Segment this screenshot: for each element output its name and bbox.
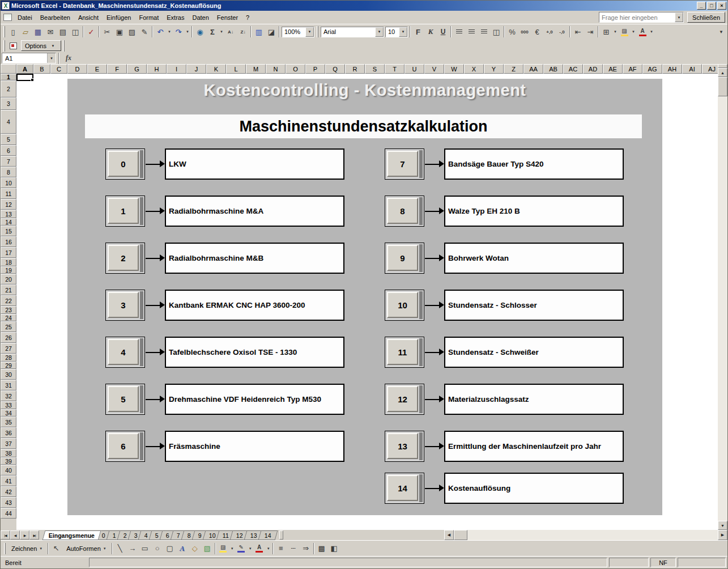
row-header-30[interactable]: 30 <box>1 369 16 380</box>
panel-button-10[interactable]: 10 <box>385 290 424 321</box>
row-header-31[interactable]: 31 <box>1 380 16 390</box>
panel-button-0[interactable]: 0 <box>105 148 145 180</box>
increase-indent-icon[interactable]: ⇥ <box>584 26 597 38</box>
mail-icon[interactable]: ✉ <box>44 26 57 38</box>
paste-icon[interactable]: ▨ <box>126 26 138 38</box>
toolbar-handle[interactable] <box>63 40 65 52</box>
toolbar-handle[interactable] <box>317 26 318 37</box>
scroll-right-icon[interactable]: ▶ <box>718 530 727 540</box>
menu-extras[interactable]: Extras <box>163 12 188 23</box>
vertical-scroll-track[interactable] <box>718 96 727 521</box>
column-header-c[interactable]: C <box>50 64 67 74</box>
column-header-h[interactable]: H <box>147 64 167 74</box>
panel-button-2[interactable]: 2 <box>105 243 145 274</box>
rectangle-icon[interactable]: ▭ <box>139 542 151 554</box>
font-color-icon[interactable]: A <box>636 26 649 38</box>
row-header-38[interactable]: 38 <box>1 449 16 457</box>
fill-color-icon[interactable]: ▨ <box>618 26 631 38</box>
workbook-icon[interactable] <box>3 14 12 21</box>
increase-decimal-icon[interactable]: +,0 <box>543 26 556 38</box>
row-header-14[interactable]: 14 <box>1 218 16 226</box>
column-header-e[interactable]: E <box>87 64 107 74</box>
fill-color-dropdown-icon[interactable]: ▼ <box>631 26 636 38</box>
column-header-v[interactable]: V <box>424 64 444 74</box>
row-header-21[interactable]: 21 <box>1 284 16 295</box>
column-header-ai[interactable]: AI <box>682 64 702 74</box>
horizontal-scroll-track[interactable] <box>467 530 718 540</box>
sheet-tab-eingangsmenue[interactable]: Eingangsmenue <box>42 530 101 540</box>
oval-icon[interactable]: ○ <box>151 542 164 554</box>
scroll-left-icon[interactable]: ◀ <box>444 530 454 540</box>
row-header-35[interactable]: 35 <box>1 417 16 427</box>
menu-fenster[interactable]: Fenster <box>213 12 242 23</box>
question-box[interactable]: Frage hier eingeben ▼ <box>599 12 684 23</box>
row-header-36[interactable]: 36 <box>1 427 16 438</box>
toolbar-options-icon[interactable]: ▼ <box>716 29 726 35</box>
autosum-icon[interactable]: Σ <box>206 26 219 38</box>
panel-button-8[interactable]: 8 <box>385 196 424 227</box>
print-icon[interactable]: ▤ <box>57 26 69 38</box>
chevron-down-icon[interactable]: ▼ <box>375 27 384 37</box>
select-objects-icon[interactable]: ↖ <box>50 542 62 554</box>
line-icon[interactable]: ╲ <box>114 542 126 554</box>
sort-ascending-icon[interactable]: A↓ <box>224 26 237 38</box>
column-header-g[interactable]: G <box>127 64 147 74</box>
column-header-k[interactable]: K <box>206 64 226 74</box>
prev-sheet-icon[interactable]: ◀ <box>10 530 20 540</box>
panel-button-4[interactable]: 4 <box>105 337 145 368</box>
font-name-combo[interactable]: Arial ▼ <box>321 27 384 37</box>
undo-icon[interactable]: ↶ <box>154 26 167 38</box>
minimize-button[interactable]: _ <box>697 2 706 10</box>
column-header-t[interactable]: T <box>385 64 405 74</box>
row-header-3[interactable]: 3 <box>1 97 16 110</box>
column-header-u[interactable]: U <box>405 64 424 74</box>
column-header-ad[interactable]: AD <box>583 64 603 74</box>
sort-descending-icon[interactable]: Z↓ <box>237 26 249 38</box>
column-header-ah[interactable]: AH <box>662 64 682 74</box>
draw-arrow-icon[interactable]: → <box>126 542 139 554</box>
row-header-11[interactable]: 11 <box>1 188 16 199</box>
column-header-j[interactable]: J <box>186 64 206 74</box>
decrease-indent-icon[interactable]: ⇤ <box>572 26 584 38</box>
percent-style-icon[interactable]: % <box>506 26 518 38</box>
draw-line-color-dropdown-icon[interactable]: ▼ <box>248 542 253 554</box>
autoformen-menu-button[interactable]: AutoFormen ▼ <box>62 543 110 554</box>
column-header-ac[interactable]: AC <box>563 64 583 74</box>
row-header-1[interactable]: 1 <box>1 74 16 80</box>
draw-line-color-icon[interactable]: ✎ <box>235 542 248 554</box>
last-sheet-icon[interactable]: ▶| <box>29 530 39 540</box>
row-header-28[interactable]: 28 <box>1 354 16 362</box>
column-header-a[interactable]: A <box>16 64 33 74</box>
align-center-icon[interactable] <box>465 26 478 38</box>
select-all-corner[interactable] <box>1 64 16 74</box>
row-header-15[interactable]: 15 <box>1 226 16 236</box>
text-box-icon[interactable]: ▢ <box>164 542 176 554</box>
font-color-dropdown-icon[interactable]: ▼ <box>649 26 654 38</box>
row-header-34[interactable]: 34 <box>1 409 16 417</box>
merge-center-icon[interactable]: ◫ <box>490 26 503 38</box>
open-icon[interactable]: ▱ <box>19 26 32 38</box>
toolbar-handle[interactable] <box>3 26 5 37</box>
row-header-33[interactable]: 33 <box>1 401 16 409</box>
row-header-32[interactable]: 32 <box>1 390 16 401</box>
column-header-m[interactable]: M <box>246 64 266 74</box>
panel-button-5[interactable]: 5 <box>105 384 145 415</box>
menu-help[interactable]: ? <box>242 12 253 23</box>
panel-button-14[interactable]: 14 <box>385 473 424 504</box>
row-header-5[interactable]: 5 <box>1 134 16 145</box>
column-header-n[interactable]: N <box>266 64 286 74</box>
panel-button-11[interactable]: 11 <box>385 337 424 368</box>
vertical-scroll-thumb[interactable] <box>718 77 727 96</box>
format-painter-icon[interactable]: ✎ <box>138 26 151 38</box>
row-header-16[interactable]: 16 <box>1 236 16 247</box>
formula-input[interactable] <box>76 53 726 63</box>
spelling-icon[interactable]: ✓ <box>85 26 97 38</box>
row-header-25[interactable]: 25 <box>1 321 16 332</box>
euro-icon[interactable]: € <box>531 26 543 38</box>
tab-split-handle[interactable] <box>279 530 283 540</box>
scroll-up-icon[interactable]: ▲ <box>718 68 727 77</box>
panel-button-7[interactable]: 7 <box>385 148 424 180</box>
menu-bearbeiten[interactable]: Bearbeiten <box>36 12 74 23</box>
print-preview-icon[interactable]: ◫ <box>69 26 82 38</box>
row-header-20[interactable]: 20 <box>1 274 16 284</box>
